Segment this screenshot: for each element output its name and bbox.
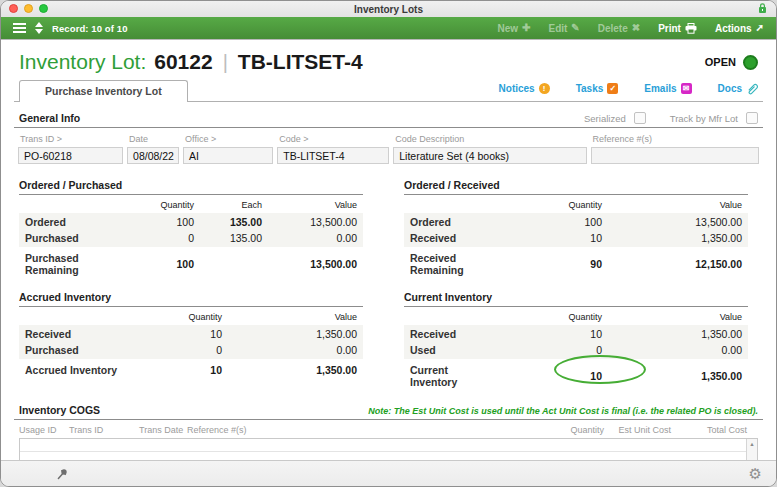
docs-paperclip-icon <box>746 82 758 95</box>
track-by-mfr-lot-checkbox[interactable] <box>746 112 758 124</box>
table-row: Received 10 1,350.00 <box>404 230 748 246</box>
cogs-empty-row <box>20 452 746 460</box>
reference-field[interactable] <box>591 147 759 164</box>
page-title: Inventory Lot: <box>19 50 146 74</box>
cogs-title: Inventory COGS <box>19 404 100 416</box>
col-quantity: Quantity <box>127 312 222 322</box>
delete-x-icon: ✖ <box>632 23 640 33</box>
table-row: Received 10 1,350.00 <box>19 326 363 342</box>
record-counter: Record: 10 of 10 <box>52 23 128 34</box>
date-field[interactable]: 08/08/22 <box>127 147 179 164</box>
app-window: Inventory Lots Record: 10 of 10 New✚ Edi… <box>0 0 777 487</box>
table-total-row: Received Remaining 90 12,150.00 <box>404 250 748 278</box>
table-total-row: Purchased Remaining 100 13,500.00 <box>19 250 363 278</box>
section-title: Current Inventory <box>404 291 748 307</box>
track-by-mfr-lot-label: Track by Mfr Lot <box>670 113 738 124</box>
trans-id-field[interactable]: PO-60218 <box>18 147 123 164</box>
general-info-fields: Trans ID > PO-60218 Date 08/08/22 Office… <box>14 134 763 164</box>
cogs-note: Note: The Est Unit Cost is used until th… <box>368 406 758 416</box>
delete-button[interactable]: Delete✖ <box>598 23 640 34</box>
section-ordered-purchased: Ordered / Purchased Quantity Each Value … <box>19 179 363 278</box>
tab-purchase-inventory-lot[interactable]: Purchase Inventory Lot <box>19 80 188 102</box>
new-plus-icon: ✚ <box>522 23 530 33</box>
section-title: Ordered / Purchased <box>19 179 363 195</box>
col-value: Value <box>602 312 742 322</box>
col-quantity: Quantity <box>482 312 602 322</box>
section-accrued-inventory: Accrued Inventory Quantity Value Receive… <box>19 291 363 390</box>
titlebar: Inventory Lots <box>1 1 776 17</box>
notices-link[interactable]: Notices ! <box>499 83 550 94</box>
office-label: Office > <box>185 134 273 144</box>
col-each: Each <box>194 200 262 210</box>
cogs-column-headers: Usage ID Trans ID Trans Date Reference #… <box>14 425 763 438</box>
footer-bar: ⚙ <box>1 460 776 486</box>
code-field[interactable]: TB-LITSET-4 <box>277 147 389 164</box>
lock-icon <box>758 3 767 14</box>
new-button[interactable]: New✚ <box>498 23 531 34</box>
section-ordered-received: Ordered / Received Quantity Value Ordere… <box>404 179 748 278</box>
col-value: Value <box>222 312 357 322</box>
toolbar: Record: 10 of 10 New✚ Edit✎ Delete✖ Prin… <box>1 17 776 40</box>
content: Inventory Lot: 60122 | TB-LITSET-4 OPEN … <box>1 40 776 460</box>
table-row: Received 10 1,350.00 <box>404 326 748 342</box>
col-value: Value <box>602 200 742 210</box>
table-total-row: Current Inventory 10 1,350.00 <box>404 362 748 390</box>
code-label: Code > <box>279 134 389 144</box>
section-title: Ordered / Received <box>404 179 748 195</box>
col-quantity: Quantity <box>482 200 602 210</box>
table-row: Ordered 100 13,500.00 <box>404 214 748 230</box>
gear-icon[interactable]: ⚙ <box>749 466 762 481</box>
scroll-up-icon[interactable]: ▲ <box>749 441 754 447</box>
status-indicator-icon <box>743 55 758 70</box>
menu-icon[interactable] <box>13 21 26 35</box>
actions-arrow-icon: ➚ <box>756 23 764 33</box>
section-current-inventory: Current Inventory Quantity Value Receive… <box>404 291 748 390</box>
code-description-field[interactable]: Literature Set (4 books) <box>393 147 586 164</box>
pin-icon[interactable] <box>55 467 69 481</box>
col-quantity: Quantity <box>529 425 604 435</box>
tab-bar: Purchase Inventory Lot Notices ! Tasks ✓… <box>14 80 763 102</box>
col-est-unit-cost: Est Unit Cost <box>604 425 671 435</box>
table-row: Purchased 0 0.00 <box>19 342 363 358</box>
tasks-check-icon: ✓ <box>607 83 618 94</box>
serialized-checkbox[interactable] <box>634 112 646 124</box>
print-icon <box>685 23 697 34</box>
col-usage-id: Usage ID <box>19 425 69 435</box>
col-trans-id: Trans ID <box>69 425 139 435</box>
minimize-window-button[interactable] <box>24 4 33 13</box>
table-row: Purchased 0 135.00 0.00 <box>19 230 363 246</box>
record-stepper-icon[interactable] <box>35 22 43 34</box>
traffic-lights <box>9 4 48 13</box>
code-description-label: Code Description <box>395 134 586 144</box>
table-total-row: Accrued Inventory 10 1,350.00 <box>19 362 363 378</box>
general-info-title: General Info <box>19 112 80 124</box>
col-value: Value <box>262 200 357 210</box>
edit-button[interactable]: Edit✎ <box>548 23 579 34</box>
section-title: Accrued Inventory <box>19 291 363 307</box>
lot-code: TB-LITSET-4 <box>238 50 363 74</box>
cogs-empty-row <box>20 439 746 452</box>
notices-alert-icon: ! <box>539 83 550 94</box>
table-row: Used 0 0.00 <box>404 342 748 358</box>
close-window-button[interactable] <box>9 4 18 13</box>
lot-number: 60122 <box>154 50 212 74</box>
col-trans-date: Trans Date <box>139 425 187 435</box>
status-label: OPEN <box>705 56 736 68</box>
col-quantity: Quantity <box>122 200 194 210</box>
emails-envelope-icon: ✉ <box>681 83 692 94</box>
col-reference: Reference #(s) <box>187 425 529 435</box>
actions-button[interactable]: Actions➚ <box>715 23 764 34</box>
reference-label: Reference #(s) <box>593 134 759 144</box>
cogs-portal: ▲ ▼ <box>19 438 758 460</box>
serialized-label: Serialized <box>584 113 626 124</box>
tasks-link[interactable]: Tasks ✓ <box>576 83 619 94</box>
print-button[interactable]: Print <box>658 23 697 34</box>
office-field[interactable]: AI <box>183 147 273 164</box>
zoom-window-button[interactable] <box>39 4 48 13</box>
date-label: Date <box>129 134 179 144</box>
window-title: Inventory Lots <box>354 4 423 15</box>
cogs-scrollbar[interactable]: ▲ ▼ <box>746 439 757 460</box>
emails-link[interactable]: Emails ✉ <box>644 83 691 94</box>
docs-link[interactable]: Docs <box>718 82 758 95</box>
title-separator: | <box>223 51 228 74</box>
